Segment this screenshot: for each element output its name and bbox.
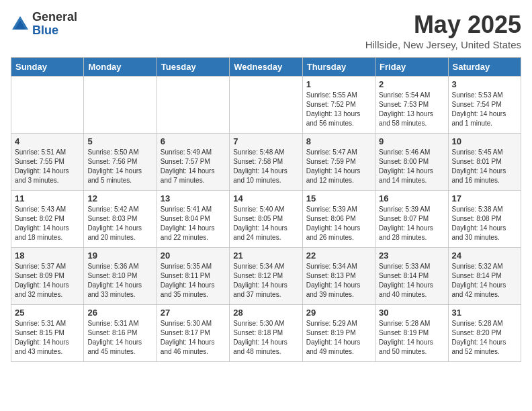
calendar-cell — [11, 77, 84, 134]
calendar-cell: 14Sunrise: 5:40 AM Sunset: 8:05 PM Dayli… — [230, 191, 302, 248]
title-block: May 2025 Hillside, New Jersey, United St… — [365, 11, 521, 50]
day-content: Sunrise: 5:34 AM Sunset: 8:13 PM Dayligh… — [306, 262, 371, 300]
calendar-cell — [157, 77, 229, 134]
calendar-cell: 22Sunrise: 5:34 AM Sunset: 8:13 PM Dayli… — [302, 248, 375, 305]
day-content: Sunrise: 5:43 AM Sunset: 8:02 PM Dayligh… — [15, 205, 80, 242]
calendar-header: SundayMondayTuesdayWednesdayThursdayFrid… — [11, 58, 521, 77]
week-row-4: 18Sunrise: 5:37 AM Sunset: 8:09 PM Dayli… — [11, 248, 521, 305]
calendar-cell: 13Sunrise: 5:41 AM Sunset: 8:04 PM Dayli… — [157, 191, 229, 248]
day-number: 5 — [87, 136, 152, 146]
day-number: 13 — [161, 193, 226, 203]
day-content: Sunrise: 5:53 AM Sunset: 7:54 PM Dayligh… — [452, 91, 517, 128]
calendar-cell: 17Sunrise: 5:38 AM Sunset: 8:08 PM Dayli… — [448, 191, 521, 248]
month-title: May 2025 — [365, 11, 521, 39]
header-day-thursday: Thursday — [302, 58, 375, 77]
calendar-cell: 16Sunrise: 5:39 AM Sunset: 8:07 PM Dayli… — [375, 191, 448, 248]
location-subtitle: Hillside, New Jersey, United States — [365, 39, 521, 50]
day-content: Sunrise: 5:42 AM Sunset: 8:03 PM Dayligh… — [87, 205, 152, 242]
calendar-cell: 3Sunrise: 5:53 AM Sunset: 7:54 PM Daylig… — [448, 77, 521, 134]
day-content: Sunrise: 5:30 AM Sunset: 8:18 PM Dayligh… — [233, 319, 298, 357]
day-content: Sunrise: 5:41 AM Sunset: 8:04 PM Dayligh… — [161, 205, 226, 242]
day-content: Sunrise: 5:39 AM Sunset: 8:06 PM Dayligh… — [306, 205, 371, 242]
calendar-cell: 6Sunrise: 5:49 AM Sunset: 7:57 PM Daylig… — [157, 134, 229, 191]
calendar-cell — [84, 77, 157, 134]
calendar-cell: 30Sunrise: 5:28 AM Sunset: 8:19 PM Dayli… — [375, 305, 448, 362]
calendar-cell: 12Sunrise: 5:42 AM Sunset: 8:03 PM Dayli… — [84, 191, 157, 248]
day-content: Sunrise: 5:30 AM Sunset: 8:17 PM Dayligh… — [161, 319, 226, 357]
page-header: General Blue May 2025 Hillside, New Jers… — [11, 11, 521, 50]
day-number: 29 — [306, 308, 371, 318]
day-content: Sunrise: 5:38 AM Sunset: 8:08 PM Dayligh… — [452, 205, 517, 242]
day-number: 7 — [233, 136, 298, 146]
day-number: 23 — [379, 250, 444, 261]
calendar-cell: 20Sunrise: 5:35 AM Sunset: 8:11 PM Dayli… — [157, 248, 229, 305]
calendar-body: 1Sunrise: 5:55 AM Sunset: 7:52 PM Daylig… — [11, 77, 521, 362]
logo: General Blue — [11, 11, 77, 38]
day-number: 3 — [452, 79, 517, 89]
day-content: Sunrise: 5:37 AM Sunset: 8:09 PM Dayligh… — [15, 262, 80, 300]
logo-general-text: General — [32, 11, 77, 24]
day-content: Sunrise: 5:39 AM Sunset: 8:07 PM Dayligh… — [379, 205, 444, 242]
day-content: Sunrise: 5:32 AM Sunset: 8:14 PM Dayligh… — [452, 262, 517, 300]
day-number: 28 — [233, 308, 298, 318]
day-number: 18 — [15, 250, 80, 261]
day-number: 17 — [452, 193, 517, 203]
day-number: 22 — [306, 250, 371, 261]
day-content: Sunrise: 5:45 AM Sunset: 8:01 PM Dayligh… — [452, 148, 517, 185]
day-content: Sunrise: 5:40 AM Sunset: 8:05 PM Dayligh… — [233, 205, 298, 242]
calendar-cell: 31Sunrise: 5:28 AM Sunset: 8:20 PM Dayli… — [448, 305, 521, 362]
header-day-saturday: Saturday — [448, 58, 521, 77]
calendar-cell — [230, 77, 302, 134]
day-content: Sunrise: 5:31 AM Sunset: 8:16 PM Dayligh… — [87, 319, 152, 357]
day-number: 9 — [379, 136, 444, 146]
day-number: 30 — [379, 308, 444, 318]
day-number: 15 — [306, 193, 371, 203]
calendar-cell: 25Sunrise: 5:31 AM Sunset: 8:15 PM Dayli… — [11, 305, 84, 362]
header-day-wednesday: Wednesday — [230, 58, 302, 77]
header-day-sunday: Sunday — [11, 58, 84, 77]
day-number: 14 — [233, 193, 298, 203]
day-content: Sunrise: 5:49 AM Sunset: 7:57 PM Dayligh… — [161, 148, 226, 185]
day-number: 1 — [306, 79, 371, 89]
calendar-cell: 21Sunrise: 5:34 AM Sunset: 8:12 PM Dayli… — [230, 248, 302, 305]
day-number: 21 — [233, 250, 298, 261]
day-number: 4 — [15, 136, 80, 146]
calendar-cell: 15Sunrise: 5:39 AM Sunset: 8:06 PM Dayli… — [302, 191, 375, 248]
day-number: 26 — [87, 308, 152, 318]
day-content: Sunrise: 5:47 AM Sunset: 7:59 PM Dayligh… — [306, 148, 371, 185]
calendar-cell: 18Sunrise: 5:37 AM Sunset: 8:09 PM Dayli… — [11, 248, 84, 305]
calendar-cell: 8Sunrise: 5:47 AM Sunset: 7:59 PM Daylig… — [302, 134, 375, 191]
calendar-cell: 4Sunrise: 5:51 AM Sunset: 7:55 PM Daylig… — [11, 134, 84, 191]
day-content: Sunrise: 5:34 AM Sunset: 8:12 PM Dayligh… — [233, 262, 298, 300]
day-content: Sunrise: 5:31 AM Sunset: 8:15 PM Dayligh… — [15, 319, 80, 357]
week-row-1: 1Sunrise: 5:55 AM Sunset: 7:52 PM Daylig… — [11, 77, 521, 134]
calendar-cell: 10Sunrise: 5:45 AM Sunset: 8:01 PM Dayli… — [448, 134, 521, 191]
day-content: Sunrise: 5:55 AM Sunset: 7:52 PM Dayligh… — [306, 91, 371, 128]
calendar-cell: 26Sunrise: 5:31 AM Sunset: 8:16 PM Dayli… — [84, 305, 157, 362]
week-row-2: 4Sunrise: 5:51 AM Sunset: 7:55 PM Daylig… — [11, 134, 521, 191]
calendar-cell: 11Sunrise: 5:43 AM Sunset: 8:02 PM Dayli… — [11, 191, 84, 248]
header-day-tuesday: Tuesday — [157, 58, 229, 77]
day-number: 8 — [306, 136, 371, 146]
day-number: 24 — [452, 250, 517, 261]
header-day-friday: Friday — [375, 58, 448, 77]
week-row-3: 11Sunrise: 5:43 AM Sunset: 8:02 PM Dayli… — [11, 191, 521, 248]
calendar-table: SundayMondayTuesdayWednesdayThursdayFrid… — [11, 57, 521, 362]
day-content: Sunrise: 5:50 AM Sunset: 7:56 PM Dayligh… — [87, 148, 152, 185]
day-content: Sunrise: 5:28 AM Sunset: 8:20 PM Dayligh… — [452, 319, 517, 357]
calendar-cell: 9Sunrise: 5:46 AM Sunset: 8:00 PM Daylig… — [375, 134, 448, 191]
day-content: Sunrise: 5:54 AM Sunset: 7:53 PM Dayligh… — [379, 91, 444, 128]
calendar-cell: 1Sunrise: 5:55 AM Sunset: 7:52 PM Daylig… — [302, 77, 375, 134]
day-number: 11 — [15, 193, 80, 203]
calendar-cell: 19Sunrise: 5:36 AM Sunset: 8:10 PM Dayli… — [84, 248, 157, 305]
day-number: 27 — [161, 308, 226, 318]
day-number: 12 — [87, 193, 152, 203]
day-number: 31 — [452, 308, 517, 318]
header-day-monday: Monday — [84, 58, 157, 77]
calendar-cell: 23Sunrise: 5:33 AM Sunset: 8:14 PM Dayli… — [375, 248, 448, 305]
day-number: 25 — [15, 308, 80, 318]
day-number: 16 — [379, 193, 444, 203]
logo-blue-text: Blue — [32, 24, 77, 38]
week-row-5: 25Sunrise: 5:31 AM Sunset: 8:15 PM Dayli… — [11, 305, 521, 362]
day-number: 2 — [379, 79, 444, 89]
